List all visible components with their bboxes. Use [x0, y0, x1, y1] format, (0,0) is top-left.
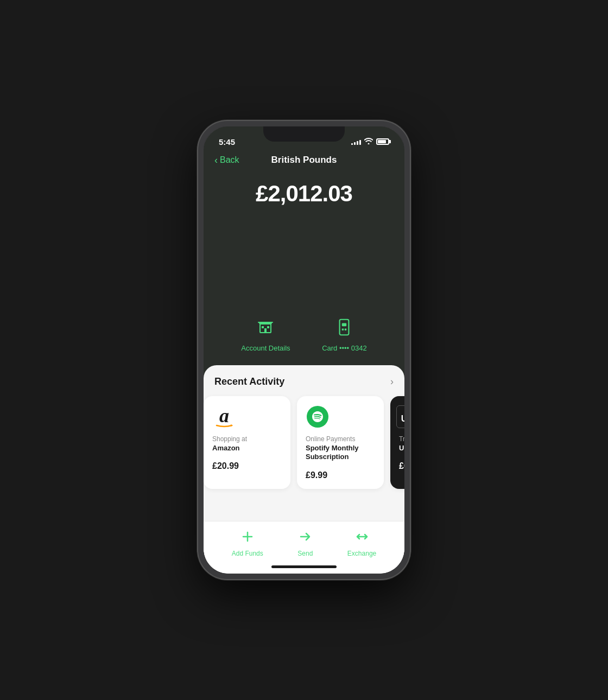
- card-button[interactable]: Card •••• 0342: [322, 319, 367, 352]
- home-indicator: [204, 563, 404, 574]
- svg-rect-7: [342, 323, 346, 326]
- uber-logo: Uber: [399, 405, 404, 429]
- add-funds-button[interactable]: Add Funds: [232, 530, 263, 557]
- card-icon: [337, 319, 352, 340]
- bottom-toolbar: Add Funds Send: [204, 521, 404, 563]
- exchange-label: Exchange: [347, 550, 376, 557]
- svg-rect-6: [340, 320, 349, 335]
- signal-bars-icon: [351, 138, 361, 145]
- status-icons: [351, 137, 389, 146]
- spotify-category: Online Payments Spotify Monthly Subscrip…: [306, 435, 375, 462]
- send-icon: [299, 530, 312, 546]
- spotify-logo: [306, 405, 330, 429]
- transaction-spotify[interactable]: Online Payments Spotify Monthly Subscrip…: [297, 396, 384, 489]
- send-label: Send: [297, 550, 313, 557]
- uber-category: Trav... UBER: [399, 435, 404, 453]
- top-section: ‹ Back British Pounds £2,012.03: [204, 150, 404, 365]
- home-bar: [271, 565, 337, 568]
- svg-marker-10: [231, 424, 233, 427]
- activity-arrow-icon[interactable]: ›: [390, 376, 394, 387]
- balance-section: £2,012.03: [204, 170, 404, 223]
- amazon-category: Shopping at Amazon: [212, 435, 282, 453]
- svg-rect-5: [258, 322, 273, 323]
- svg-rect-8: [342, 329, 344, 330]
- nav-bar: ‹ Back British Pounds: [204, 150, 404, 170]
- amazon-amount: £20.99: [212, 461, 282, 471]
- spotify-amount: £9.99: [306, 470, 375, 480]
- activity-header: Recent Activity ›: [204, 365, 404, 394]
- balance-amount: £2,012.03: [214, 181, 394, 207]
- spacer: [204, 498, 404, 521]
- page-title: British Pounds: [271, 155, 337, 166]
- back-button[interactable]: ‹ Back: [214, 155, 239, 166]
- transactions-list[interactable]: a Shopping at Amazon £20.99: [204, 394, 404, 498]
- status-time: 5:45: [219, 137, 235, 147]
- activity-title: Recent Activity: [214, 376, 284, 387]
- wifi-icon: [364, 137, 373, 146]
- building-icon: [257, 319, 274, 340]
- chart-area: [204, 223, 404, 310]
- transaction-amazon[interactable]: a Shopping at Amazon £20.99: [204, 396, 290, 489]
- svg-rect-3: [267, 326, 269, 328]
- send-button[interactable]: Send: [297, 530, 313, 557]
- card-label: Card •••• 0342: [322, 344, 367, 352]
- account-details-label: Account Details: [241, 344, 290, 352]
- svg-rect-9: [345, 329, 346, 330]
- battery-icon: [376, 138, 389, 145]
- svg-rect-4: [264, 328, 267, 333]
- add-funds-label: Add Funds: [232, 550, 263, 557]
- back-label: Back: [220, 155, 239, 165]
- transaction-uber[interactable]: Uber Trav... UBER £6...: [390, 396, 404, 489]
- bottom-section: Recent Activity › a: [204, 365, 404, 574]
- action-buttons-row: Account Details Card •••• 0342: [204, 310, 404, 365]
- svg-rect-2: [262, 326, 264, 328]
- back-chevron-icon: ‹: [214, 155, 218, 166]
- account-details-button[interactable]: Account Details: [241, 319, 290, 352]
- uber-amount: £6...: [399, 461, 404, 471]
- amazon-logo: a: [212, 405, 236, 429]
- exchange-icon: [356, 530, 369, 546]
- exchange-button[interactable]: Exchange: [347, 530, 376, 557]
- plus-icon: [241, 530, 254, 546]
